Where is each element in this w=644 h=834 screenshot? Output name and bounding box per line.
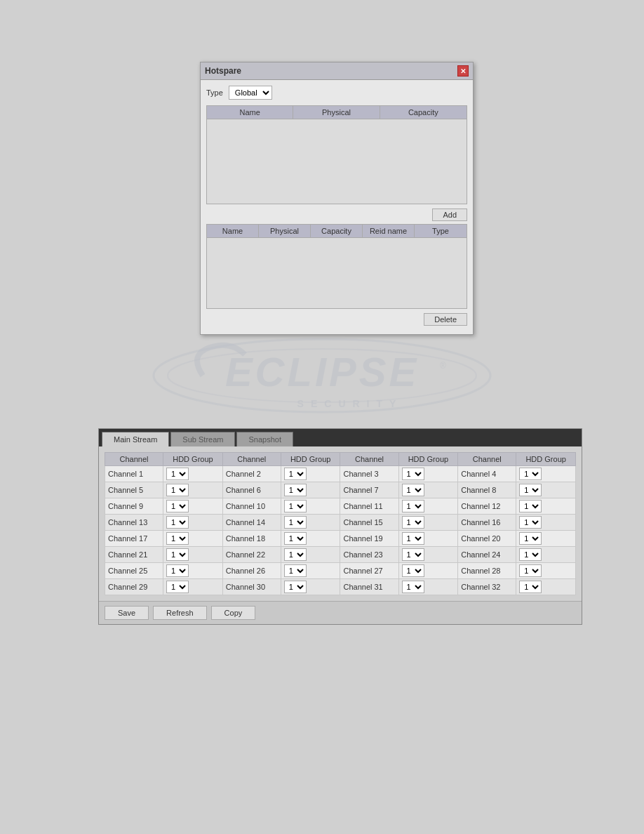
hdd-select[interactable]: 1 bbox=[402, 548, 424, 561]
hdd-select[interactable]: 1 bbox=[402, 500, 424, 512]
hdd-select[interactable]: 1 bbox=[166, 532, 189, 545]
hdd-select[interactable]: 1 bbox=[402, 468, 424, 480]
save-button[interactable]: Save bbox=[105, 606, 149, 620]
hdd-select[interactable]: 1 bbox=[519, 564, 542, 577]
channel-name-cell: Channel 26 bbox=[222, 563, 281, 579]
hdd-select[interactable]: 1 bbox=[166, 564, 189, 577]
hdd-select[interactable]: 1 bbox=[166, 581, 189, 593]
hdd-group-cell: 1 bbox=[516, 547, 576, 563]
channel-name-cell: Channel 8 bbox=[458, 482, 516, 498]
type-select[interactable]: Global Local bbox=[229, 86, 272, 100]
hdd-select[interactable]: 1 bbox=[402, 532, 424, 545]
refresh-button[interactable]: Refresh bbox=[153, 606, 207, 620]
hdd-group-cell: 1 bbox=[281, 466, 340, 482]
hdd-group-cell: 1 bbox=[516, 498, 576, 515]
channel-name-cell: Channel 7 bbox=[340, 482, 398, 498]
bth-physical: Physical bbox=[259, 225, 311, 237]
channel-name-cell: Channel 24 bbox=[458, 547, 516, 563]
table-row: Channel 17 1 Channel 18 1 Channel 19 1 C… bbox=[105, 531, 576, 547]
stream-tabs: Main Stream Sub Stream Snapshot bbox=[99, 429, 582, 446]
hdd-group-cell: 1 bbox=[163, 466, 223, 482]
hdd-select[interactable]: 1 bbox=[166, 500, 189, 512]
hdd-group-cell: 1 bbox=[281, 531, 340, 547]
table-row: Channel 1 1 Channel 2 1 Channel 3 1 Chan… bbox=[105, 466, 576, 482]
hdd-select[interactable]: 1 bbox=[166, 468, 189, 480]
hdd-select[interactable]: 1 bbox=[402, 516, 424, 529]
hdd-select[interactable]: 1 bbox=[519, 532, 542, 545]
hdd-group-cell: 1 bbox=[398, 466, 458, 482]
hdd-select[interactable]: 1 bbox=[284, 468, 307, 480]
channel-name-cell: Channel 4 bbox=[458, 466, 516, 482]
dialog-close-button[interactable]: ✕ bbox=[457, 65, 469, 77]
dialog-body: Type Global Local Name Physical Capacity… bbox=[201, 80, 473, 334]
hdd-group-cell: 1 bbox=[163, 531, 223, 547]
channel-name-cell: Channel 1 bbox=[105, 466, 163, 482]
hdd-select[interactable]: 1 bbox=[284, 564, 307, 577]
channel-name-cell: Channel 31 bbox=[340, 579, 398, 595]
hdd-select[interactable]: 1 bbox=[519, 516, 542, 529]
hdd-select[interactable]: 1 bbox=[519, 548, 542, 561]
channel-name-cell: Channel 22 bbox=[222, 547, 281, 563]
add-button-row: Add bbox=[206, 208, 467, 221]
hdd-group-cell: 1 bbox=[163, 547, 223, 563]
hdd-select[interactable]: 1 bbox=[519, 484, 542, 496]
channel-table: Channel HDD Group Channel HDD Group Chan… bbox=[105, 452, 576, 595]
hotspare-bottom-table: Name Physical Capacity Reid name Type bbox=[206, 224, 467, 309]
channel-name-cell: Channel 6 bbox=[222, 482, 281, 498]
hdd-select[interactable]: 1 bbox=[284, 532, 307, 545]
channel-name-cell: Channel 10 bbox=[222, 498, 281, 515]
hdd-select[interactable]: 1 bbox=[284, 581, 307, 593]
tab-snapshot[interactable]: Snapshot bbox=[236, 432, 293, 446]
channel-table-header-row: Channel HDD Group Channel HDD Group Chan… bbox=[105, 453, 576, 466]
channel-table-body: Channel 1 1 Channel 2 1 Channel 3 1 Chan… bbox=[105, 466, 576, 595]
hdd-select[interactable]: 1 bbox=[284, 500, 307, 512]
hdd-select[interactable]: 1 bbox=[284, 484, 307, 496]
channel-name-cell: Channel 15 bbox=[340, 515, 398, 531]
top-table-body[interactable] bbox=[207, 119, 467, 204]
th-physical: Physical bbox=[293, 106, 380, 119]
copy-button[interactable]: Copy bbox=[211, 606, 256, 620]
hdd-select[interactable]: 1 bbox=[519, 581, 542, 593]
type-row: Type Global Local bbox=[206, 86, 467, 100]
hdd-select[interactable]: 1 bbox=[519, 500, 542, 512]
stream-footer: Save Refresh Copy bbox=[99, 601, 582, 624]
channel-name-cell: Channel 18 bbox=[222, 531, 281, 547]
bottom-table-body[interactable] bbox=[207, 238, 467, 308]
channel-name-cell: Channel 3 bbox=[340, 466, 398, 482]
hdd-group-cell: 1 bbox=[516, 482, 576, 498]
hdd-group-cell: 1 bbox=[516, 466, 576, 482]
table-row: Channel 5 1 Channel 6 1 Channel 7 1 Chan… bbox=[105, 482, 576, 498]
hdd-select[interactable]: 1 bbox=[284, 516, 307, 529]
hdd-group-cell: 1 bbox=[281, 547, 340, 563]
tab-sub-stream[interactable]: Sub Stream bbox=[170, 432, 235, 446]
channel-name-cell: Channel 5 bbox=[105, 482, 163, 498]
hdd-group-cell: 1 bbox=[398, 531, 458, 547]
tab-main-stream[interactable]: Main Stream bbox=[102, 432, 169, 446]
type-label: Type bbox=[206, 88, 223, 97]
hdd-select[interactable]: 1 bbox=[519, 468, 542, 480]
hdd-select[interactable]: 1 bbox=[402, 564, 424, 577]
hdd-select[interactable]: 1 bbox=[166, 548, 189, 561]
hdd-select[interactable]: 1 bbox=[402, 484, 424, 496]
channel-name-cell: Channel 25 bbox=[105, 563, 163, 579]
top-table-header: Name Physical Capacity bbox=[207, 106, 467, 119]
hdd-select[interactable]: 1 bbox=[166, 516, 189, 529]
th-hddgroup3: HDD Group bbox=[398, 453, 458, 466]
hdd-group-cell: 1 bbox=[163, 563, 223, 579]
th-hddgroup4: HDD Group bbox=[516, 453, 576, 466]
th-hddgroup1: HDD Group bbox=[163, 453, 223, 466]
add-button[interactable]: Add bbox=[432, 208, 467, 221]
hdd-group-cell: 1 bbox=[281, 515, 340, 531]
hdd-select[interactable]: 1 bbox=[284, 548, 307, 561]
channel-name-cell: Channel 30 bbox=[222, 579, 281, 595]
hdd-group-cell: 1 bbox=[398, 482, 458, 498]
hdd-group-cell: 1 bbox=[516, 563, 576, 579]
th-name: Name bbox=[207, 106, 293, 119]
channel-name-cell: Channel 11 bbox=[340, 498, 398, 515]
hdd-group-cell: 1 bbox=[281, 482, 340, 498]
hdd-select[interactable]: 1 bbox=[402, 581, 424, 593]
th-channel3: Channel bbox=[340, 453, 398, 466]
hdd-group-cell: 1 bbox=[281, 579, 340, 595]
table-row: Channel 9 1 Channel 10 1 Channel 11 1 Ch… bbox=[105, 498, 576, 515]
hdd-select[interactable]: 1 bbox=[166, 484, 189, 496]
